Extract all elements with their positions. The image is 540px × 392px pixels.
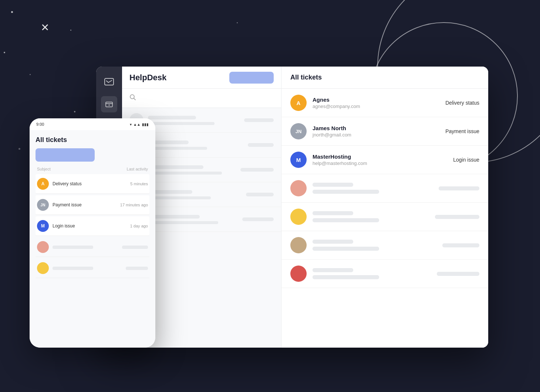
star-1 xyxy=(11,11,13,13)
phone-status-bar: 9:00 ▾ ▲▲ ▮▮▮ xyxy=(30,118,155,130)
search-bar xyxy=(122,89,281,108)
star-4 xyxy=(30,74,31,75)
phone-ph-content-5 xyxy=(53,267,122,270)
phone-col-headers: Subject Last activity xyxy=(36,167,149,171)
mobile-phone: 9:00 ▾ ▲▲ ▮▮▮ All tickets Subject Last a… xyxy=(30,118,155,348)
right-placeholder-row-2 xyxy=(281,203,488,231)
phone-subject-2: Payment issue xyxy=(53,202,117,207)
phone-status-icons: ▾ ▲▲ ▮▮▮ xyxy=(130,122,149,126)
phone-content: All tickets Subject Last activity A Deli… xyxy=(30,130,155,348)
right-placeholder-row-1 xyxy=(281,174,488,203)
phone-time-1: 5 minutes xyxy=(130,182,148,186)
right-placeholder-row-4 xyxy=(281,260,488,288)
placeholder-avatar-3 xyxy=(290,237,307,253)
phone-ph-time-5 xyxy=(126,267,148,270)
ph-line-1b xyxy=(313,190,379,194)
cross-decoration: ✕ xyxy=(41,21,49,34)
phone-avatar-1: A xyxy=(37,178,49,190)
app-title: HelpDesk xyxy=(129,73,166,82)
avatar-masterhosting: M xyxy=(290,152,307,168)
ticket-email-james: jnorth@gmail.com xyxy=(313,132,439,138)
ticket-subject-agnes: Delivery status xyxy=(445,100,479,106)
ticket-info-agnes: Agnes agnes@company.com xyxy=(313,97,439,109)
ticket-row-james[interactable]: JN James North jnorth@gmail.com Payment … xyxy=(281,117,488,146)
phone-placeholder-row-5 xyxy=(36,258,149,278)
sidebar-item-tickets[interactable] xyxy=(101,96,117,112)
placeholder-avatar-1 xyxy=(290,180,307,196)
star-3 xyxy=(4,52,5,53)
ticket-row-agnes[interactable]: A Agnes agnes@company.com Delivery statu… xyxy=(281,89,488,117)
placeholder-avatar-2 xyxy=(290,209,307,225)
phone-ph-line-5a xyxy=(53,267,93,270)
new-ticket-button[interactable] xyxy=(229,72,274,84)
ph-line-4b xyxy=(313,275,379,279)
right-title: All tickets xyxy=(290,74,322,81)
ph-line-4a xyxy=(313,268,353,272)
ph-line-3a xyxy=(313,240,353,244)
ticket-info-james: James North jnorth@gmail.com xyxy=(313,125,439,138)
brand-icon xyxy=(104,77,114,87)
search-icon xyxy=(129,94,136,102)
sidebar-brand xyxy=(101,74,117,90)
wifi-icon: ▾ xyxy=(130,122,132,126)
phone-ticket-row-2[interactable]: JN Payment issue 17 minutes ago xyxy=(36,195,149,215)
main-header: HelpDesk xyxy=(122,67,281,89)
placeholder-content-1 xyxy=(313,183,433,194)
avatar-agnes: A xyxy=(290,95,307,111)
ticket-row-masterhosting[interactable]: M MasterHosting help@masterhosting.com L… xyxy=(281,146,488,174)
ticket-name-james: James North xyxy=(313,125,439,131)
placeholder-content-3 xyxy=(313,240,436,251)
placeholder-avatar-4 xyxy=(290,266,307,282)
col-subject-label: Subject xyxy=(37,167,51,171)
ph-subject-4 xyxy=(437,272,479,276)
ticket-subject-james: Payment issue xyxy=(445,128,479,134)
tickets-icon xyxy=(105,101,113,108)
phone-ticket-row-1[interactable]: A Delivery status 5 minutes xyxy=(36,174,149,194)
ph-line-3b xyxy=(313,247,379,251)
right-placeholder-row-3 xyxy=(281,231,488,260)
ticket-info-masterhosting: MasterHosting help@masterhosting.com xyxy=(313,153,447,166)
phone-time-3: 1 day ago xyxy=(130,224,148,228)
phone-new-ticket-button[interactable] xyxy=(36,148,95,162)
battery-icon: ▮▮▮ xyxy=(142,122,149,126)
phone-subject-3: Login issue xyxy=(53,223,126,229)
star-2 xyxy=(70,30,71,31)
star-7 xyxy=(18,148,20,150)
ticket-name-agnes: Agnes xyxy=(313,97,439,103)
ticket-email-masterhosting: help@masterhosting.com xyxy=(313,160,447,166)
phone-placeholder-row-4 xyxy=(36,237,149,257)
ticket-email-agnes: agnes@company.com xyxy=(313,104,439,109)
star-5 xyxy=(74,111,75,112)
ph-line-1a xyxy=(313,183,353,187)
phone-ph-time-4 xyxy=(122,246,148,249)
placeholder-content-4 xyxy=(313,268,431,279)
ph-subject-2 xyxy=(435,215,479,219)
ph-subject-3 xyxy=(442,243,479,247)
phone-ph-line-4a xyxy=(53,246,93,249)
avatar-james: JN xyxy=(290,123,307,139)
signal-icon: ▲▲ xyxy=(133,122,141,126)
phone-avatar-2: JN xyxy=(37,199,49,211)
placeholder-content-2 xyxy=(313,211,429,222)
phone-avatar-3: M xyxy=(37,220,49,232)
star-6 xyxy=(237,22,238,23)
phone-ph-avatar-4 xyxy=(37,241,49,253)
phone-ph-avatar-5 xyxy=(37,262,49,274)
right-header: All tickets xyxy=(281,67,488,89)
phone-ticket-row-3[interactable]: M Login issue 1 day ago xyxy=(36,216,149,236)
ticket-name-masterhosting: MasterHosting xyxy=(313,153,447,160)
ph-line-2b xyxy=(313,218,379,222)
phone-time-2: 17 minutes ago xyxy=(120,203,148,207)
ph-line-2a xyxy=(313,211,353,215)
col-activity-label: Last activity xyxy=(127,167,148,171)
phone-subject-1: Delivery status xyxy=(53,181,126,186)
right-panel: All tickets A Agnes agnes@company.com De… xyxy=(281,67,488,348)
phone-title: All tickets xyxy=(36,136,149,144)
phone-ph-content-4 xyxy=(53,246,118,249)
ph-subject-1 xyxy=(439,186,479,190)
ticket-subject-masterhosting: Login issue xyxy=(453,157,479,163)
svg-point-2 xyxy=(109,105,110,106)
phone-time: 9:00 xyxy=(36,122,44,126)
